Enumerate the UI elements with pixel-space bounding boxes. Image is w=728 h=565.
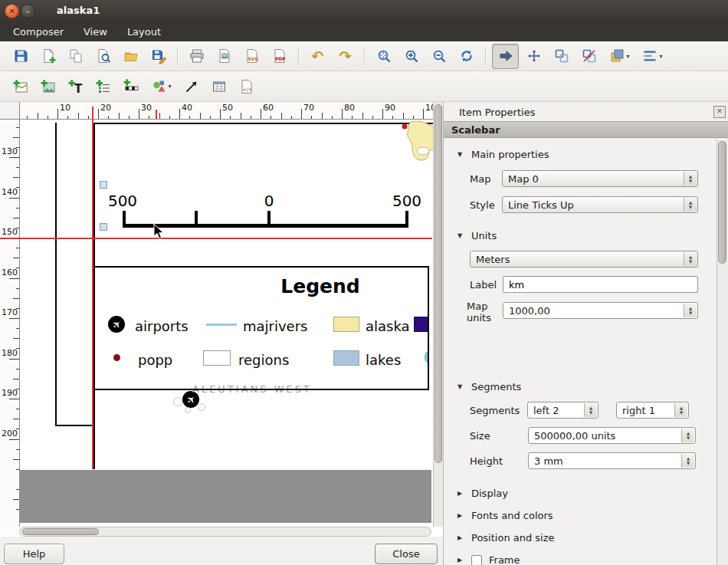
section-position-and-size[interactable]: ▶Position and size xyxy=(457,532,555,544)
spinner-arrows-icon[interactable]: ▲▼ xyxy=(584,403,597,417)
save-button[interactable] xyxy=(8,44,33,68)
export-svg-button[interactable]: SVG xyxy=(239,44,264,68)
section-main-properties[interactable]: ▼Main properties xyxy=(457,149,549,160)
canvas-horizontal-scrollbar[interactable] xyxy=(19,527,431,537)
export-image-button[interactable] xyxy=(212,44,237,68)
chevron-down-icon: ▾ xyxy=(659,53,662,60)
collapse-arrow-icon: ▶ xyxy=(457,534,464,541)
new-composition-button[interactable] xyxy=(35,44,61,68)
add-new-legend-button[interactable] xyxy=(90,74,116,98)
zoom-full-button[interactable] xyxy=(371,44,396,68)
close-button[interactable]: Close xyxy=(375,544,438,564)
ruler-tick xyxy=(16,127,19,128)
section-segments[interactable]: ▼Segments xyxy=(457,381,521,393)
guide-line-horizontal[interactable] xyxy=(0,238,432,239)
legend-bottom-border xyxy=(93,389,429,390)
chevron-down-icon: ▾ xyxy=(168,83,171,90)
section-frame[interactable]: ▶Frame xyxy=(457,554,520,565)
segments-right-spinbox[interactable]: right 1▲▼ xyxy=(616,402,689,419)
ruler-tick xyxy=(220,109,221,119)
section-display[interactable]: ▶Display xyxy=(457,488,508,499)
spinner-arrows-icon[interactable]: ▲▼ xyxy=(674,403,687,417)
zoom-out-button[interactable] xyxy=(426,44,451,68)
help-button[interactable]: Help xyxy=(4,544,64,564)
ruler-top: 102030405060708090100 xyxy=(19,102,433,120)
ruler-tick xyxy=(13,177,19,178)
composer-manager-button[interactable] xyxy=(90,44,116,68)
menu-layout[interactable]: Layout xyxy=(117,23,171,41)
height-spinbox[interactable]: 3 mm▲▼ xyxy=(528,452,696,469)
ungroup-items-button[interactable] xyxy=(576,44,602,68)
window-close-button[interactable]: ✕ xyxy=(5,4,19,18)
canvas-vertical-scrollbar[interactable] xyxy=(433,102,443,527)
ruler-label: 40 xyxy=(182,103,192,113)
ruler-tick xyxy=(16,348,19,349)
selection-handle[interactable] xyxy=(100,223,107,231)
window-minimize-button[interactable]: – xyxy=(21,4,35,18)
ruler-tick xyxy=(16,147,19,148)
legend-label-majrivers: majrivers xyxy=(243,318,307,334)
ruler-tick xyxy=(169,116,170,119)
spinner-arrows-icon[interactable]: ▲▼ xyxy=(684,198,697,212)
align-button[interactable]: ▾ xyxy=(637,44,667,68)
add-attribute-table-button[interactable] xyxy=(206,74,231,98)
section-fonts-and-colors[interactable]: ▶Fonts and colors xyxy=(457,510,553,521)
legend-label-regions: regions xyxy=(238,352,289,368)
spinner-arrows-icon[interactable]: ▲▼ xyxy=(681,454,694,468)
add-image-icon xyxy=(40,78,57,95)
style-field-label: Style xyxy=(470,199,495,211)
spinner-arrows-icon[interactable]: ▲▼ xyxy=(681,429,694,442)
style-combo[interactable]: Line Ticks Up▲▼ xyxy=(502,196,698,213)
composition-canvas[interactable]: 102030405060708090100 130140150160170180… xyxy=(0,102,443,537)
open-button[interactable] xyxy=(118,44,143,68)
export-pdf-icon: PDF xyxy=(271,48,288,64)
add-image-button[interactable] xyxy=(35,74,61,98)
guide-line-vertical[interactable] xyxy=(92,107,93,469)
ruler-tick xyxy=(129,116,130,119)
spinner-arrows-icon[interactable]: ▲▼ xyxy=(684,304,697,317)
ruler-tick xyxy=(16,288,19,289)
units-combo[interactable]: Meters▲▼ xyxy=(470,251,698,268)
section-units[interactable]: ▼Units xyxy=(457,230,497,241)
panel-close-button[interactable]: ✕ xyxy=(713,106,726,118)
segments-left-spinbox[interactable]: left 2▲▼ xyxy=(527,402,598,419)
size-spinbox[interactable]: 500000,00 units▲▼ xyxy=(528,427,696,444)
menu-composer[interactable]: Composer xyxy=(3,23,74,41)
spinner-arrows-icon[interactable]: ▲▼ xyxy=(684,252,697,266)
scrollbar-thumb[interactable] xyxy=(435,104,442,463)
export-pdf-button[interactable]: PDF xyxy=(267,44,292,68)
raise-lower-button[interactable]: ▾ xyxy=(604,44,635,68)
add-new-map-button[interactable] xyxy=(8,74,33,98)
panel-vertical-scrollbar[interactable] xyxy=(717,140,727,565)
add-new-scalebar-button[interactable] xyxy=(118,74,143,98)
unit-label-input[interactable] xyxy=(509,279,692,291)
add-basic-shape-button[interactable]: ▾ xyxy=(146,74,176,98)
add-arrow-button[interactable] xyxy=(179,74,204,98)
print-button[interactable] xyxy=(184,44,209,68)
scrollbar-thumb[interactable] xyxy=(22,528,99,535)
ruler-label: 150 xyxy=(2,227,18,237)
ruler-tick xyxy=(9,157,19,158)
legend-item[interactable]: Legend ✈ airports majrivers alaska popp … xyxy=(93,266,429,390)
duplicate-composition-button[interactable] xyxy=(63,44,88,68)
add-label-button[interactable]: T xyxy=(63,74,88,98)
map-combo[interactable]: Map 0▲▼ xyxy=(502,170,698,187)
map-units-spinbox[interactable]: 1000,00▲▼ xyxy=(503,302,698,319)
save-as-button[interactable] xyxy=(146,44,171,68)
refresh-button[interactable] xyxy=(454,44,479,68)
spinner-arrows-icon[interactable]: ▲▼ xyxy=(684,172,697,186)
move-item-content-button[interactable] xyxy=(521,44,546,68)
select-move-item-button[interactable] xyxy=(492,44,519,69)
frame-checkbox[interactable] xyxy=(471,555,482,565)
add-html-button[interactable]: </> xyxy=(234,74,259,98)
ruler-tick xyxy=(301,109,302,119)
selection-handle[interactable] xyxy=(100,181,107,189)
undo-button[interactable]: ↶ xyxy=(305,44,330,68)
page-viewport[interactable]: 500 0 500 ALEUTIANS WEST ✈ Legend ✈ xyxy=(19,119,433,527)
menu-view[interactable]: View xyxy=(74,23,117,41)
group-items-button[interactable] xyxy=(549,44,574,68)
add-label-icon: T xyxy=(67,78,84,95)
redo-button[interactable]: ↷ xyxy=(333,44,358,68)
zoom-in-button[interactable] xyxy=(398,44,424,68)
scrollbar-thumb[interactable] xyxy=(718,141,726,264)
